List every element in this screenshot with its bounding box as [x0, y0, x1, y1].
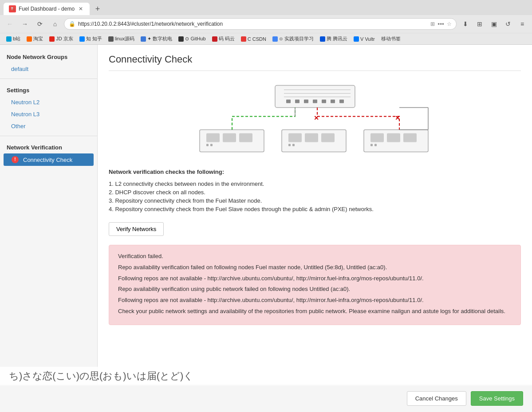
svg-rect-7: [313, 100, 317, 103]
bookmark-shijian[interactable]: ⊙ 实践项目学习: [270, 35, 316, 43]
checks-list: 1. L2 connectivity checks between nodes …: [109, 180, 521, 213]
browser-tab[interactable]: ⛽ Fuel Dashboard - demo ✕: [4, 3, 90, 15]
error-line-4: Following repos are not available - http…: [118, 296, 512, 305]
bookmark-vultr[interactable]: V Vultr: [351, 35, 378, 43]
bookmark-shuzi-label: ✦ 数字杭电: [147, 35, 172, 42]
error-line-5: Check your public network settings and a…: [118, 307, 512, 316]
qr-icon: ⊞: [430, 21, 435, 27]
cancel-changes-button[interactable]: Cancel Changes: [407, 391, 466, 406]
bookmark-linux-label: linux源码: [115, 35, 135, 42]
bookmark-taobao[interactable]: 淘宝: [24, 35, 46, 43]
svg-rect-27: [370, 144, 373, 146]
svg-rect-25: [387, 133, 400, 142]
zhihu-favicon: [79, 36, 85, 42]
bookmark-github-label: ⊙ GitHub: [185, 36, 205, 42]
svg-rect-5: [295, 100, 299, 103]
sidebar-divider-1: [0, 78, 97, 79]
save-settings-button[interactable]: Save Settings: [471, 391, 523, 406]
check-item-2: 2. DHCP discover check on all nodes.: [109, 188, 521, 196]
nav-bar: ← → ⟳ ⌂ 🔒 https://10.20.0.2:8443/#cluste…: [0, 15, 532, 33]
svg-rect-19: [305, 133, 318, 142]
extensions-button[interactable]: ⊞: [473, 18, 486, 30]
reload-button[interactable]: ⟳: [34, 18, 46, 30]
svg-rect-24: [370, 133, 384, 142]
bookmark-shijian-label: ⊙ 实践项目学习: [279, 35, 314, 42]
more-icon: •••: [437, 20, 444, 27]
svg-rect-13: [223, 133, 236, 142]
sidebar-button[interactable]: ▣: [488, 18, 500, 30]
jd-favicon: [49, 36, 55, 42]
sidebar-item-other[interactable]: Other: [0, 120, 97, 132]
error-box: Verification failed. Repo availability v…: [109, 245, 521, 325]
home-button[interactable]: ⌂: [49, 18, 61, 30]
svg-rect-9: [331, 100, 335, 103]
network-diagram: ✕ ✕: [109, 80, 521, 160]
neutron-l2-label: Neutron L2: [11, 99, 39, 106]
svg-rect-16: [210, 144, 213, 146]
shijian-favicon: [272, 36, 278, 42]
star-icon: ☆: [447, 21, 452, 27]
sidebar-item-neutron-l3[interactable]: Neutron L3: [0, 108, 97, 120]
network-verification-title: Network Verification: [0, 140, 97, 153]
bookmark-csdn[interactable]: C CSDN: [238, 35, 269, 43]
bookmark-linux[interactable]: linux源码: [106, 35, 138, 43]
download-button[interactable]: ⬇: [459, 18, 472, 30]
forward-button[interactable]: →: [19, 18, 31, 30]
bookmark-bilibili-label: b站: [13, 35, 20, 42]
bookmark-mobile[interactable]: 移动书签: [378, 35, 403, 43]
bookmark-bilibili[interactable]: b站: [4, 35, 23, 43]
bookmark-vultr-label: V Vultr: [360, 36, 375, 42]
sidebar-default-label: default: [11, 66, 28, 72]
nav-icons: ⬇ ⊞ ▣ ↺ ≡: [459, 18, 528, 30]
verify-networks-button[interactable]: Verify Networks: [109, 222, 164, 236]
checks-title: Network verification checks the followin…: [109, 169, 521, 175]
bookmark-taobao-label: 淘宝: [33, 35, 43, 42]
svg-text:✕: ✕: [314, 114, 319, 122]
sidebar-item-neutron-l2[interactable]: Neutron L2: [0, 96, 97, 108]
gitee-favicon: [212, 36, 217, 42]
bookmark-csdn-label: C CSDN: [248, 36, 266, 42]
svg-rect-4: [286, 100, 291, 103]
menu-button[interactable]: ≡: [516, 18, 528, 30]
other-label: Other: [11, 123, 26, 129]
svg-rect-12: [206, 133, 220, 142]
bookmark-zhihu[interactable]: 知 知乎: [77, 35, 105, 43]
bilibili-favicon: [6, 36, 12, 42]
tab-close-button[interactable]: ✕: [77, 5, 84, 12]
back-button[interactable]: ←: [4, 18, 16, 30]
linux-favicon: [108, 36, 114, 42]
svg-rect-8: [322, 100, 326, 103]
svg-rect-15: [206, 144, 209, 146]
sidebar-item-connectivity-check[interactable]: ! Connectivity Check: [4, 153, 94, 166]
bookmark-tencent[interactable]: 腾 腾讯云: [317, 35, 350, 43]
svg-rect-22: [292, 144, 295, 146]
settings-title: Settings: [0, 82, 97, 96]
bookmark-gitee[interactable]: 码 码云: [209, 35, 237, 43]
svg-rect-6: [304, 100, 308, 103]
error-title: Verification failed.: [118, 252, 512, 261]
bookmark-tencent-label: 腾 腾讯云: [327, 35, 347, 42]
sidebar-divider-2: [0, 136, 97, 136]
check-item-3: 3. Repository connectivity check from th…: [109, 196, 521, 205]
check-item-4: 4. Repository connectivity check from th…: [109, 205, 521, 213]
bookmark-shuzi[interactable]: ✦ 数字杭电: [138, 35, 175, 43]
sidebar-item-default[interactable]: default: [0, 63, 97, 75]
address-bar[interactable]: 🔒 https://10.20.0.2:8443/#cluster/1/netw…: [64, 18, 457, 30]
check-item-1: 1. L2 connectivity checks between nodes …: [109, 180, 521, 188]
node-network-groups-title: Node Network Groups: [0, 49, 97, 63]
taobao-favicon: [27, 36, 32, 42]
error-line-2: Following repos are not available - http…: [118, 274, 512, 283]
bookmark-jd-label: JD 京东: [56, 35, 73, 42]
shuzi-favicon: [141, 36, 146, 42]
network-diagram-svg: ✕ ✕: [186, 80, 444, 160]
app-container: Node Network Groups default Settings Neu…: [0, 45, 532, 412]
page-title: Connectivity Check: [109, 54, 521, 71]
bookmark-zhihu-label: 知 知乎: [86, 35, 102, 42]
neutron-l3-label: Neutron L3: [11, 111, 39, 118]
bookmark-github[interactable]: ⊙ GitHub: [176, 35, 208, 43]
tencent-favicon: [320, 36, 325, 42]
refresh-button[interactable]: ↺: [502, 18, 514, 30]
sidebar: Node Network Groups default Settings Neu…: [0, 45, 98, 412]
bookmark-jd[interactable]: JD 京东: [47, 35, 76, 43]
new-tab-button[interactable]: +: [91, 3, 104, 15]
